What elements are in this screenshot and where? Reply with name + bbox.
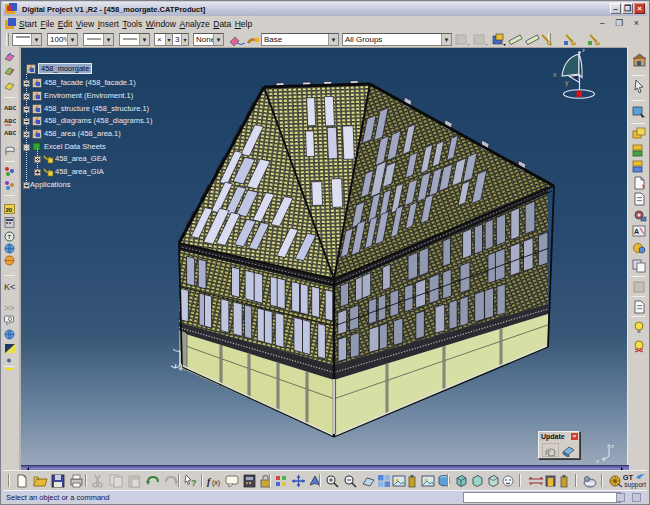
svg-text:A: A	[634, 228, 639, 235]
svg-text:?: ?	[191, 478, 197, 488]
svg-text:y: y	[565, 79, 569, 87]
svg-text:20: 20	[6, 207, 13, 213]
svg-text:x: x	[596, 458, 599, 464]
svg-text:>>: >>	[4, 303, 15, 313]
svg-text:z: z	[611, 443, 614, 449]
svg-text:x: x	[553, 71, 557, 78]
svg-text:(x): (x)	[212, 479, 220, 487]
svg-text:ABC: ABC	[4, 130, 16, 136]
svg-text:T: T	[8, 234, 12, 240]
svg-text:ABC: ABC	[4, 105, 16, 111]
svg-text:ABC: ABC	[4, 118, 16, 124]
svg-text:K<: K<	[4, 282, 15, 292]
